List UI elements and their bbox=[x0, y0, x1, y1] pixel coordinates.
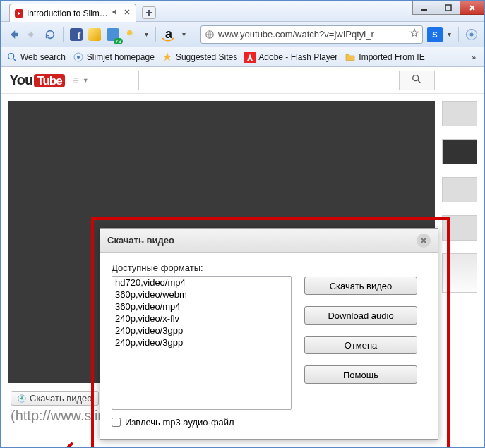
bookmarks-overflow-icon[interactable]: » bbox=[469, 53, 479, 61]
related-thumbnail[interactable] bbox=[442, 101, 477, 126]
format-option[interactable]: 240p,video/x-flv bbox=[112, 313, 291, 325]
new-tab-button[interactable] bbox=[142, 6, 156, 19]
folder-icon bbox=[345, 52, 356, 63]
youtube-search-input[interactable] bbox=[138, 71, 400, 90]
search-icon bbox=[411, 73, 422, 85]
related-thumbnail[interactable] bbox=[442, 215, 477, 241]
facebook-share-icon[interactable] bbox=[68, 26, 85, 43]
formats-label: Доступные форматы: bbox=[112, 262, 292, 273]
youtube-logo-you: You bbox=[9, 72, 32, 87]
svg-point-7 bbox=[470, 32, 474, 36]
download-button-label: Скачать видео bbox=[30, 393, 92, 404]
extensions-icon[interactable] bbox=[463, 26, 480, 43]
url-input[interactable] bbox=[215, 29, 409, 40]
svg-rect-13 bbox=[73, 80, 78, 80]
adobe-icon bbox=[244, 52, 256, 63]
tab-close-icon[interactable] bbox=[123, 8, 131, 18]
bookmark-slimjet[interactable]: Slimjet homepage bbox=[73, 52, 155, 63]
toolbar-separator bbox=[193, 27, 193, 42]
toolbar-separator bbox=[63, 27, 64, 42]
search-engine-letter: S bbox=[432, 30, 437, 39]
svg-point-4 bbox=[128, 34, 136, 38]
browser-tab[interactable]: Introduction to Slimjet … bbox=[9, 4, 136, 22]
format-option[interactable]: 360p,video/webm bbox=[112, 289, 291, 301]
page-content: Скачать видео Introduction to Slimjet we… bbox=[1, 94, 484, 427]
tab-title: Introduction to Slimjet … bbox=[27, 8, 109, 18]
dialog-title: Скачать видео bbox=[107, 235, 174, 246]
site-identity-icon[interactable] bbox=[204, 29, 215, 40]
youtube-search bbox=[138, 71, 435, 90]
svg-point-8 bbox=[8, 53, 14, 59]
toolbar-separator bbox=[458, 27, 459, 42]
back-button[interactable] bbox=[5, 26, 22, 43]
related-thumbnail[interactable] bbox=[442, 253, 477, 293]
youtube-favicon-icon bbox=[14, 8, 24, 18]
window-titlebar: Introduction to Slimjet … bbox=[1, 1, 484, 22]
download-video-button[interactable]: Скачать видео bbox=[304, 277, 417, 295]
bookmark-imported[interactable]: Imported From IE bbox=[345, 52, 424, 63]
star-icon bbox=[162, 52, 173, 63]
navigation-toolbar: 73 ▾ a ▾ S ▾ bbox=[1, 22, 484, 47]
youtube-logo-tube: Tube bbox=[34, 74, 64, 87]
tab-audio-icon[interactable] bbox=[112, 8, 120, 18]
amazon-icon[interactable]: a bbox=[160, 26, 177, 43]
svg-rect-14 bbox=[73, 82, 78, 83]
download-dialog: Скачать видео Доступные форматы: hd720,v… bbox=[100, 228, 438, 440]
bookmarks-bar: Web search Slimjet homepage Suggested Si… bbox=[1, 47, 484, 67]
related-thumbnail[interactable] bbox=[442, 139, 477, 164]
guide-menu-icon[interactable]: ▼ bbox=[72, 72, 89, 89]
dialog-close-button[interactable] bbox=[417, 234, 431, 248]
svg-rect-2 bbox=[445, 5, 451, 11]
slimjet-icon bbox=[73, 52, 84, 63]
bookmark-label: Web search bbox=[20, 52, 66, 62]
reload-button[interactable] bbox=[42, 26, 59, 43]
extract-mp3-checkbox[interactable]: Извлечь mp3 аудио-файл bbox=[112, 417, 292, 428]
translate-icon[interactable]: 73 bbox=[104, 26, 121, 43]
toolbar-separator bbox=[155, 27, 156, 42]
format-option[interactable]: hd720,video/mp4 bbox=[112, 277, 291, 289]
related-thumbnail[interactable] bbox=[442, 177, 477, 202]
minimize-button[interactable] bbox=[412, 1, 436, 15]
autofill-icon[interactable] bbox=[86, 26, 103, 43]
extract-mp3-input[interactable] bbox=[112, 418, 121, 427]
formats-listbox[interactable]: hd720,video/mp4 360p,video/webm 360p,vid… bbox=[112, 276, 292, 410]
bookmark-label: Adobe - Flash Player bbox=[258, 52, 337, 62]
bookmark-label: Slimjet homepage bbox=[87, 52, 155, 62]
dialog-titlebar[interactable]: Скачать видео bbox=[100, 229, 438, 253]
format-option[interactable]: 240p,video/3gpp bbox=[112, 337, 291, 349]
annotation-arrow-icon bbox=[37, 440, 80, 448]
search-icon bbox=[6, 52, 18, 63]
window-close-button[interactable] bbox=[460, 1, 484, 15]
youtube-logo[interactable]: YouTube bbox=[9, 72, 65, 88]
forward-button[interactable] bbox=[23, 26, 40, 43]
close-icon bbox=[420, 237, 427, 244]
bookmark-web-search[interactable]: Web search bbox=[6, 52, 66, 63]
dialog-body: Доступные форматы: hd720,video/mp4 360p,… bbox=[100, 253, 438, 439]
youtube-header: YouTube ▼ bbox=[1, 67, 484, 94]
related-videos-column bbox=[442, 101, 477, 293]
extract-mp3-label: Извлечь mp3 аудио-файл bbox=[125, 417, 234, 428]
bookmark-suggested[interactable]: Suggested Sites bbox=[162, 52, 237, 63]
toolbar-overflow-icon[interactable]: ▾ bbox=[141, 30, 151, 38]
format-option[interactable]: 240p,video/3gpp bbox=[112, 325, 291, 337]
svg-point-10 bbox=[77, 56, 80, 59]
search-engine-badge[interactable]: S bbox=[427, 27, 443, 42]
search-engine-dropdown-icon[interactable]: ▾ bbox=[444, 30, 454, 38]
address-bar[interactable] bbox=[200, 25, 423, 44]
help-button[interactable]: Помощь bbox=[304, 365, 417, 384]
bookmark-star-icon[interactable] bbox=[409, 28, 419, 41]
weather-icon[interactable] bbox=[123, 26, 140, 43]
format-option[interactable]: 360p,video/mp4 bbox=[112, 301, 291, 313]
svg-point-15 bbox=[413, 75, 419, 81]
cancel-button[interactable]: Отмена bbox=[304, 336, 417, 354]
download-audio-button[interactable]: Download audio bbox=[304, 306, 417, 325]
bookmark-label: Imported From IE bbox=[359, 52, 424, 62]
youtube-search-button[interactable] bbox=[400, 71, 435, 90]
bookmark-adobe[interactable]: Adobe - Flash Player bbox=[244, 52, 337, 63]
download-video-button[interactable]: Скачать видео bbox=[11, 391, 99, 406]
amazon-dropdown-icon[interactable]: ▾ bbox=[179, 30, 188, 38]
bookmark-label: Suggested Sites bbox=[176, 52, 237, 62]
download-icon bbox=[17, 394, 27, 404]
maximize-button[interactable] bbox=[436, 1, 460, 15]
svg-rect-1 bbox=[421, 9, 427, 11]
